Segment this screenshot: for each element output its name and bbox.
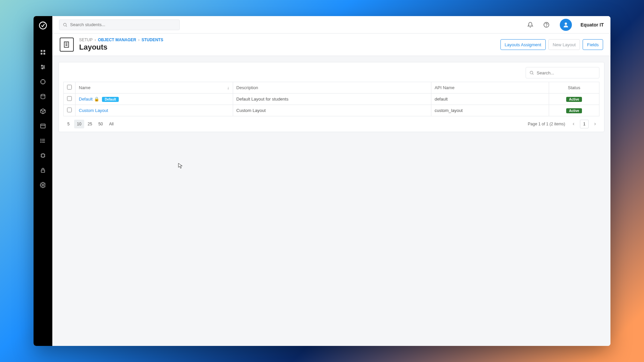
sort-arrow-icon: ↓ — [227, 85, 229, 90]
table-search[interactable] — [526, 67, 599, 78]
page-size-5[interactable]: 5 — [63, 120, 73, 128]
col-api-name[interactable]: API Name — [431, 82, 549, 94]
svg-point-20 — [565, 22, 567, 25]
status-badge: Active — [566, 97, 582, 102]
main-area: Equator IT SETUP › OBJECT MANAGER › STUD… — [52, 16, 610, 346]
nav-api[interactable] — [34, 74, 52, 89]
layout-link[interactable]: Custom Layout — [79, 108, 108, 113]
table-search-input[interactable] — [537, 70, 596, 75]
nav-chip[interactable] — [34, 148, 52, 163]
svg-point-22 — [530, 71, 533, 74]
page-size-50[interactable]: 50 — [96, 120, 106, 128]
cell-description: Custom Layout — [233, 105, 431, 116]
new-layout-button[interactable]: New Layout — [548, 39, 580, 50]
svg-point-9 — [41, 94, 45, 96]
user-avatar[interactable] — [560, 19, 572, 31]
help-icon — [543, 22, 549, 28]
username-label[interactable]: Equator IT — [581, 22, 604, 27]
page-icon — [60, 38, 74, 52]
row-checkbox[interactable] — [67, 108, 72, 112]
layouts-assignment-button[interactable]: Layouts Assigment — [500, 39, 546, 50]
svg-point-6 — [44, 67, 45, 68]
svg-point-19 — [546, 26, 546, 26]
col-name[interactable]: Name↓ — [75, 82, 233, 94]
svg-rect-4 — [44, 53, 45, 55]
sidebar — [34, 16, 52, 346]
layouts-table: Name↓ Description API Name Status Defaul… — [63, 82, 599, 116]
svg-point-12 — [41, 140, 41, 141]
cell-api-name: custom_layout — [431, 105, 549, 116]
status-badge: Active — [566, 108, 582, 113]
nav-list-icon[interactable] — [34, 133, 52, 148]
page-number[interactable]: 1 — [580, 120, 589, 128]
breadcrumb-root: SETUP — [79, 38, 93, 42]
page-size-25[interactable]: 25 — [85, 120, 95, 128]
col-select-all — [64, 82, 75, 94]
svg-rect-14 — [42, 154, 45, 157]
content: Name↓ Description API Name Status Defaul… — [52, 56, 610, 346]
search-icon — [529, 70, 534, 75]
app-logo[interactable] — [34, 16, 52, 35]
nav-settings[interactable] — [34, 178, 52, 192]
cell-status: Active — [549, 94, 599, 105]
nav-storage[interactable] — [34, 89, 52, 104]
svg-point-7 — [42, 68, 43, 69]
breadcrumb-object-manager[interactable]: OBJECT MANAGER — [98, 38, 136, 42]
user-icon — [562, 21, 569, 28]
row-select — [64, 94, 75, 105]
cell-name: Custom Layout — [75, 105, 233, 116]
lock-icon: 🔒 — [94, 97, 99, 102]
col-name-label: Name — [79, 85, 91, 90]
nav-package[interactable] — [34, 104, 52, 119]
global-search-input[interactable] — [70, 22, 176, 27]
next-page-button[interactable] — [591, 120, 599, 128]
nav-dashboard[interactable] — [34, 45, 52, 60]
svg-point-13 — [41, 142, 41, 143]
cell-status: Active — [549, 105, 599, 116]
chevron-right-icon: › — [95, 38, 96, 42]
page-head-text: SETUP › OBJECT MANAGER › STUDENTS Layout… — [79, 38, 163, 52]
svg-rect-2 — [44, 50, 45, 52]
row-select — [64, 105, 75, 116]
page-size-All[interactable]: All — [106, 120, 116, 128]
fields-button[interactable]: Fields — [583, 39, 603, 50]
table-row[interactable]: Default🔒DefaultDefault Layout for studen… — [64, 94, 599, 105]
page-actions: Layouts Assigment New Layout Fields — [500, 39, 603, 50]
row-checkbox[interactable] — [67, 96, 72, 101]
bell-icon — [527, 22, 533, 28]
search-icon — [63, 22, 67, 27]
table-footer: 5102550All Page 1 of 1 (2 items) 1 — [59, 116, 604, 130]
notifications-button[interactable] — [525, 19, 536, 30]
nav-sliders[interactable] — [34, 60, 52, 74]
page-title: Layouts — [79, 43, 163, 52]
page-size-10[interactable]: 10 — [74, 120, 84, 128]
app-window: Equator IT SETUP › OBJECT MANAGER › STUD… — [34, 16, 610, 346]
pager: 1 — [569, 120, 599, 128]
nav-security[interactable] — [34, 163, 52, 178]
svg-point-5 — [42, 65, 43, 66]
cell-name: Default🔒Default — [75, 94, 233, 105]
col-status[interactable]: Status — [549, 82, 599, 94]
table-row[interactable]: Custom LayoutCustom Layoutcustom_layoutA… — [64, 105, 599, 116]
breadcrumb-students[interactable]: STUDENTS — [142, 38, 163, 42]
col-description[interactable]: Description — [233, 82, 431, 94]
chevron-right-icon: › — [138, 38, 140, 42]
page-size-list: 5102550All — [63, 120, 116, 128]
page-info: Page 1 of 1 (2 items) — [528, 122, 565, 126]
layout-link[interactable]: Default — [79, 97, 93, 102]
svg-point-17 — [63, 23, 66, 26]
cell-api-name: default — [431, 94, 549, 105]
topbar: Equator IT — [52, 16, 610, 34]
svg-rect-3 — [41, 53, 42, 55]
svg-rect-15 — [41, 170, 45, 172]
cell-description: Default Layout for students — [233, 94, 431, 105]
help-button[interactable] — [541, 19, 552, 30]
prev-page-button[interactable] — [569, 120, 578, 128]
page-header: SETUP › OBJECT MANAGER › STUDENTS Layout… — [52, 34, 610, 56]
nav-list — [34, 45, 52, 192]
nav-layouts[interactable] — [34, 119, 52, 133]
layouts-icon — [63, 41, 70, 48]
global-search[interactable] — [59, 19, 180, 30]
svg-point-11 — [41, 139, 41, 140]
select-all-checkbox[interactable] — [67, 85, 72, 89]
